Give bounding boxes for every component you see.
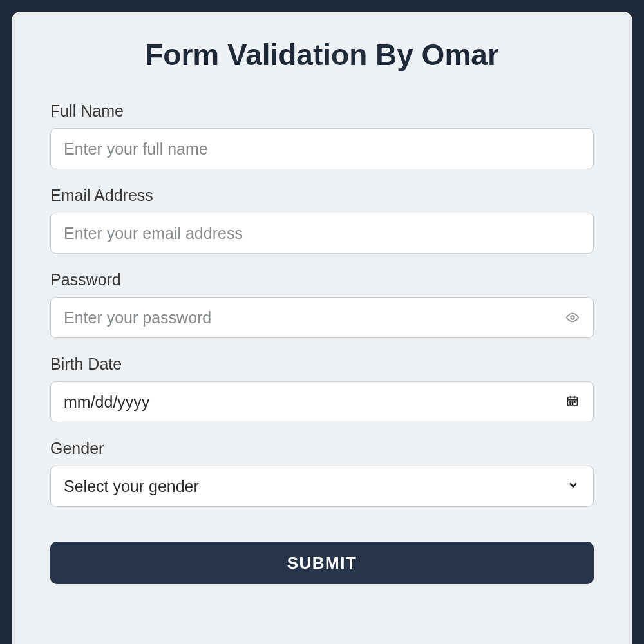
fullname-label: Full Name — [50, 102, 594, 120]
email-group: Email Address — [50, 186, 594, 254]
page-title: Form Validation By Omar — [50, 37, 594, 72]
eye-icon[interactable] — [565, 310, 580, 325]
gender-select[interactable]: Select your gender — [50, 466, 594, 507]
submit-button[interactable]: SUBMIT — [50, 542, 594, 584]
svg-point-0 — [571, 316, 574, 319]
gender-group: Gender Select your gender — [50, 439, 594, 507]
birthdate-value: mm/dd/yyyy — [64, 393, 149, 412]
svg-point-9 — [572, 404, 573, 405]
gender-label: Gender — [50, 439, 594, 458]
email-input[interactable] — [50, 213, 594, 254]
svg-point-6 — [572, 401, 573, 402]
calendar-icon[interactable] — [566, 393, 579, 412]
email-label: Email Address — [50, 186, 594, 205]
svg-point-8 — [570, 404, 571, 405]
birthdate-label: Birth Date — [50, 355, 594, 374]
birthdate-group: Birth Date mm/dd/yyyy — [50, 355, 594, 422]
fullname-group: Full Name — [50, 102, 594, 169]
form-card: Form Validation By Omar Full Name Email … — [12, 12, 632, 644]
fullname-input[interactable] — [50, 128, 594, 169]
password-group: Password — [50, 270, 594, 338]
svg-point-5 — [570, 401, 571, 402]
password-input[interactable] — [50, 297, 594, 338]
birthdate-input[interactable]: mm/dd/yyyy — [50, 381, 594, 422]
password-label: Password — [50, 270, 594, 289]
svg-point-7 — [574, 401, 576, 402]
